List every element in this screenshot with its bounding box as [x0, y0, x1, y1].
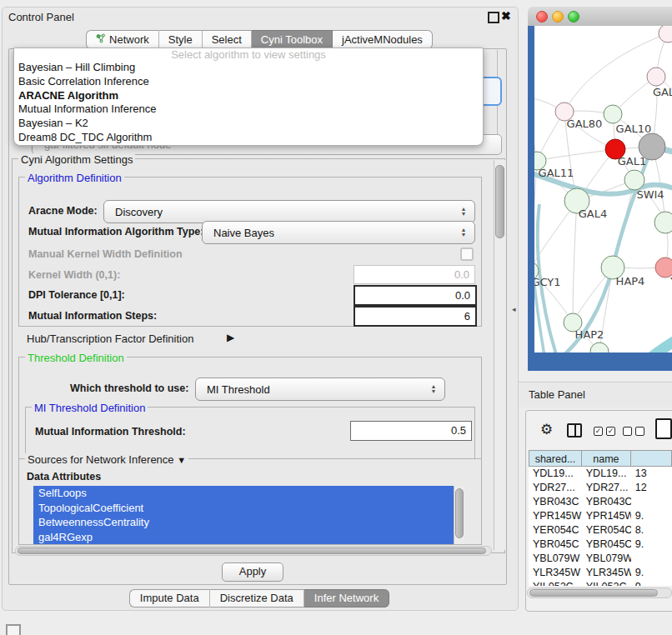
table-cell[interactable] [631, 552, 672, 566]
collapse-down-icon[interactable]: ▼ [177, 455, 186, 465]
table-cell[interactable]: YBR045C [582, 538, 631, 552]
table-row[interactable]: YLR345WYLR345W9. [529, 566, 672, 580]
checked-checkbox-icon[interactable]: ✓ [594, 427, 603, 436]
table-row[interactable]: YBL079WYBL079W [529, 552, 672, 566]
zoom-traffic-light[interactable] [568, 11, 579, 22]
table-cell[interactable]: YIL052C [529, 580, 582, 586]
table-row[interactable]: YER054CYER054C8. [529, 523, 672, 538]
network-window-titlebar[interactable] [528, 7, 672, 27]
tab-infer-network[interactable]: Infer Network [304, 589, 389, 608]
splitter-handle[interactable]: ◂ [512, 305, 516, 313]
table-cell[interactable]: YDR27... [582, 481, 631, 495]
table-cell[interactable]: YBL079W [529, 552, 582, 566]
which-threshold-combo[interactable]: MI Threshold ▲▼ [195, 378, 445, 401]
mi-threshold-input[interactable]: 0.5 [350, 421, 472, 441]
stepper-icon[interactable]: ▲▼ [458, 228, 469, 238]
algorithm-option-dream8-dc-tdc-algorithm[interactable]: Dream8 DC_TDC Algorithm [14, 131, 483, 145]
unchecked-checkbox-icon[interactable] [623, 427, 632, 436]
table-cell[interactable]: 13 [631, 467, 672, 481]
table-cell[interactable]: 12 [631, 481, 672, 495]
table-cell[interactable] [631, 495, 672, 509]
node-gal[interactable] [647, 68, 665, 86]
node-gal10[interactable] [604, 105, 622, 123]
close-traffic-light[interactable] [536, 11, 548, 22]
apply-button[interactable]: Apply [222, 562, 283, 582]
tab-network[interactable]: Network [86, 30, 159, 49]
table-row[interactable]: YDR27...YDR27...12 [529, 481, 672, 495]
algorithm-option-bayesian-hill-climbing[interactable]: Bayesian – Hill Climbing [14, 61, 483, 75]
stepper-icon[interactable]: ▲▼ [458, 207, 469, 217]
table-cell[interactable]: YER054C [529, 523, 582, 538]
checked-checkbox-icon[interactable]: ✓ [606, 427, 615, 436]
attribute-item-selfloops[interactable]: SelfLoops [33, 486, 454, 501]
table-cell[interactable]: 9. [631, 538, 672, 552]
column-header-name[interactable]: name [582, 450, 631, 467]
settings-horizontal-scrollbar[interactable] [15, 546, 492, 556]
table-row[interactable]: YIL052CYIL052C9. [529, 580, 672, 586]
table-cell[interactable]: YIL052C [582, 580, 631, 586]
tab-discretize-data[interactable]: Discretize Data [210, 589, 304, 608]
column-header-shared[interactable]: shared... [529, 450, 582, 467]
table-cell[interactable]: YLR345W [582, 566, 631, 580]
table-cell[interactable]: 8. [631, 523, 672, 538]
data-attributes-list[interactable]: SelfLoopsTopologicalCoefficientBetweenne… [33, 486, 454, 544]
attribute-item-topologicalcoefficient[interactable]: TopologicalCoefficient [33, 501, 454, 516]
table-cell[interactable]: YLR345W [529, 566, 582, 580]
unchecked-checkbox-icon[interactable] [635, 427, 644, 436]
table-cell[interactable]: YPR145W [529, 509, 582, 523]
table-cell[interactable]: 9. [631, 509, 672, 523]
scrollbar-thumb[interactable] [495, 165, 504, 238]
mi-type-combo[interactable]: Naive Bayes ▲▼ [202, 221, 475, 244]
table-cell[interactable]: YPR145W [582, 509, 631, 523]
table-cell[interactable]: YBR043C [582, 495, 631, 509]
manual-kernel-checkbox[interactable] [460, 248, 474, 261]
tab-style[interactable]: Style [159, 30, 203, 49]
kernel-width-input[interactable]: 0.0 [354, 265, 475, 284]
hub-section-label[interactable]: Hub/Transcription Factor Definition [27, 332, 193, 345]
table-cell[interactable]: 9. [631, 566, 672, 580]
table-cell[interactable]: YDL19... [582, 467, 631, 481]
column-header-col2[interactable] [631, 450, 672, 467]
table-row[interactable]: YBR045CYBR045C9. [529, 538, 672, 552]
node-y[interactable] [655, 258, 672, 278]
table-cell[interactable]: YER054C [582, 523, 631, 538]
table-cell[interactable]: YDL19... [529, 467, 582, 481]
gear-icon[interactable]: ⚙ [540, 421, 553, 438]
table-cell[interactable]: YBR045C [529, 538, 582, 552]
algorithm-option-basic-correlation-inference[interactable]: Basic Correlation Inference [14, 75, 483, 89]
node[interactable] [654, 212, 672, 233]
minimize-traffic-light[interactable] [552, 11, 564, 22]
algorithm-dropdown[interactable]: Select algorithm to view settings Bayesi… [13, 48, 484, 146]
table-cell[interactable]: YBR043C [529, 495, 582, 509]
aracne-mode-combo[interactable]: Discovery ▲▼ [103, 200, 475, 223]
algorithm-option-bayesian-k2[interactable]: Bayesian – K2 [14, 117, 483, 131]
stepper-icon[interactable]: ▲▼ [428, 384, 439, 394]
network-canvas[interactable]: GALGAL80GAL10GAL1GAL11SWI4GAL4GCY1HAP4YH… [534, 26, 672, 352]
algorithm-option-aracne-algorithm[interactable]: ARACNE Algorithm [14, 89, 483, 103]
attribute-item-gal4rgexp[interactable]: gal4RGexp [33, 530, 454, 545]
attributes-list-scrollbar[interactable] [454, 486, 464, 544]
float-window-icon[interactable] [488, 12, 499, 23]
table-row[interactable]: YDL19...YDL19...13 [529, 467, 672, 481]
table-cell[interactable]: 9. [631, 580, 672, 586]
mi-steps-input[interactable]: 6 [354, 306, 477, 327]
tab-select[interactable]: Select [203, 30, 252, 49]
attribute-item-betweennesscentrality[interactable]: BetweennessCentrality [33, 515, 454, 530]
tab-impute-data[interactable]: Impute Data [129, 589, 210, 608]
node-swi4[interactable] [624, 170, 644, 190]
close-icon[interactable]: ✖ [501, 9, 511, 22]
minimized-panel-icon[interactable] [6, 624, 21, 635]
table-row[interactable]: YPR145WYPR145W9. [529, 509, 672, 523]
columns-icon[interactable] [567, 423, 582, 438]
table-horizontal-scrollbar[interactable] [527, 588, 672, 598]
table-cell[interactable]: YBL079W [582, 552, 631, 566]
tab-jactivemnodules[interactable]: jActiveMNodules [333, 30, 433, 49]
node[interactable] [659, 26, 672, 42]
expand-right-icon[interactable]: ▶ [227, 332, 234, 343]
settings-vertical-scrollbar[interactable] [494, 160, 505, 550]
table-row[interactable]: YBR043CYBR043C [529, 495, 672, 509]
tab-cyni-toolbox[interactable]: Cyni Toolbox [252, 30, 333, 49]
scrollbar-thumb[interactable] [455, 488, 464, 538]
scrollbar-thumb[interactable] [18, 548, 486, 554]
new-table-icon[interactable] [655, 418, 672, 439]
